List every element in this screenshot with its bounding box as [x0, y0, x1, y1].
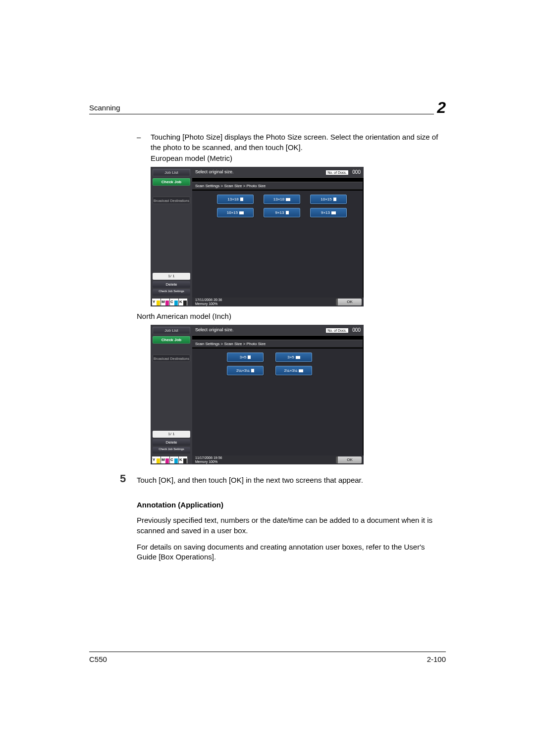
- docs-count: 000: [352, 169, 361, 175]
- size-10x15-portrait[interactable]: 10×15: [310, 195, 347, 204]
- landscape-icon: [296, 356, 300, 359]
- portrait-icon: [248, 355, 251, 359]
- toner-k: K: [179, 456, 187, 463]
- docs-label: No. of Docs.: [326, 328, 348, 333]
- bullet-photo-size: – Touching [Photo Size] displays the Pho…: [137, 132, 446, 152]
- annotation-p2: For details on saving documents and crea…: [137, 542, 446, 562]
- portrait-icon: [333, 198, 336, 201]
- page-header: Scanning 2: [89, 99, 446, 114]
- memory: Memory 100%: [195, 302, 222, 306]
- check-job-settings-button[interactable]: Check Job Settings: [153, 289, 190, 296]
- screen-main: 3×5 3×5 2¼×3¼ 2¼×3¼: [192, 349, 363, 455]
- breadcrumb: Scan Settings > Scan Size > Photo Size: [192, 182, 363, 190]
- toner-levels: Y M C K: [152, 299, 187, 305]
- step-number: 5: [120, 473, 137, 486]
- size-13x18-portrait[interactable]: 13×18: [217, 195, 254, 204]
- toner-m: M: [161, 299, 169, 305]
- ok-button[interactable]: OK: [336, 299, 362, 305]
- screenshot-inch: Job List Check Job Broadcast Destination…: [151, 325, 364, 464]
- breadcrumb: Scan Settings > Scan Size > Photo Size: [192, 340, 363, 348]
- screen-main: 13×18 13×18 10×15 10×15 9×13 9×13: [192, 191, 363, 298]
- landscape-icon: [331, 211, 336, 214]
- step-5: 5 Touch [OK], and then touch [OK] in the…: [137, 473, 446, 486]
- chapter-number: 2: [434, 99, 446, 117]
- step-text: Touch [OK], and then touch [OK] in the n…: [137, 473, 446, 486]
- size-3x5-landscape[interactable]: 3×5: [275, 353, 312, 362]
- toner-y: Y: [152, 456, 160, 463]
- size-3x5-portrait[interactable]: 3×5: [227, 353, 264, 362]
- screen-prompt: Select original size.: [195, 327, 234, 335]
- section-title: Scanning: [89, 103, 120, 112]
- job-list-button[interactable]: Job List: [153, 327, 190, 334]
- landscape-icon: [286, 198, 290, 201]
- datetime: 11/17/2006 19:56: [195, 456, 222, 460]
- ok-button[interactable]: OK: [336, 456, 362, 463]
- size-2x3-landscape[interactable]: 2¼×3¼: [275, 366, 312, 375]
- portrait-icon: [240, 198, 243, 201]
- screen-footer: 17/11/2006 20:36 Memory 100% OK: [192, 298, 364, 306]
- size-9x13-landscape[interactable]: 9×13: [310, 208, 347, 217]
- docs-label: No. of Docs.: [326, 170, 348, 175]
- screenshot-metric: Job List Check Job Broadcast Destination…: [151, 167, 364, 306]
- toner-k: K: [179, 299, 187, 305]
- pager: 1/ 1: [153, 273, 190, 280]
- job-list-button[interactable]: Job List: [153, 169, 190, 176]
- delete-button[interactable]: Delete: [153, 439, 190, 446]
- landscape-icon: [299, 369, 303, 372]
- size-2x3-portrait[interactable]: 2¼×3¼: [227, 366, 264, 375]
- screen-header: Select original size. No. of Docs. 000: [192, 325, 364, 336]
- toner-c: C: [170, 299, 178, 305]
- check-job-button[interactable]: Check Job: [153, 336, 190, 344]
- portrait-icon: [286, 211, 289, 214]
- footer-page: 2-100: [427, 655, 446, 663]
- broadcast-dest-button[interactable]: Broadcast Destinations: [153, 197, 190, 204]
- annotation-heading: Annotation (Application): [137, 500, 446, 510]
- footer-model: C550: [89, 655, 107, 663]
- caption-metric: European model (Metric): [151, 153, 446, 164]
- docs-count: 000: [352, 327, 361, 333]
- bullet-text: Touching [Photo Size] displays the Photo…: [151, 132, 446, 152]
- landscape-icon: [239, 211, 244, 214]
- page-footer: C550 2-100: [89, 652, 446, 663]
- side-panel: Job List Check Job Broadcast Destination…: [151, 167, 192, 306]
- broadcast-dest-button[interactable]: Broadcast Destinations: [153, 354, 190, 362]
- screen-footer: 11/17/2006 19:56 Memory 100% OK: [192, 455, 364, 464]
- size-9x13-portrait[interactable]: 9×13: [264, 208, 300, 217]
- bullet-dash: –: [137, 132, 151, 152]
- annotation-p1: Previously specified text, numbers or th…: [137, 515, 446, 536]
- toner-m: M: [161, 456, 169, 463]
- screen-prompt: Select original size.: [195, 169, 234, 177]
- toner-levels: Y M C K: [152, 456, 187, 463]
- toner-y: Y: [152, 299, 160, 305]
- size-10x15-landscape[interactable]: 10×15: [217, 208, 254, 217]
- toner-c: C: [170, 456, 178, 463]
- check-job-button[interactable]: Check Job: [153, 178, 190, 186]
- datetime: 17/11/2006 20:36: [195, 298, 222, 302]
- pager: 1/ 1: [153, 431, 190, 438]
- side-panel: Job List Check Job Broadcast Destination…: [151, 325, 192, 464]
- memory: Memory 100%: [195, 460, 222, 464]
- check-job-settings-button[interactable]: Check Job Settings: [153, 447, 190, 454]
- portrait-icon: [251, 369, 254, 372]
- screen-header: Select original size. No. of Docs. 000: [192, 167, 364, 178]
- delete-button[interactable]: Delete: [153, 281, 190, 288]
- caption-inch: North American model (Inch): [137, 311, 446, 322]
- size-13x18-landscape[interactable]: 13×18: [264, 195, 300, 204]
